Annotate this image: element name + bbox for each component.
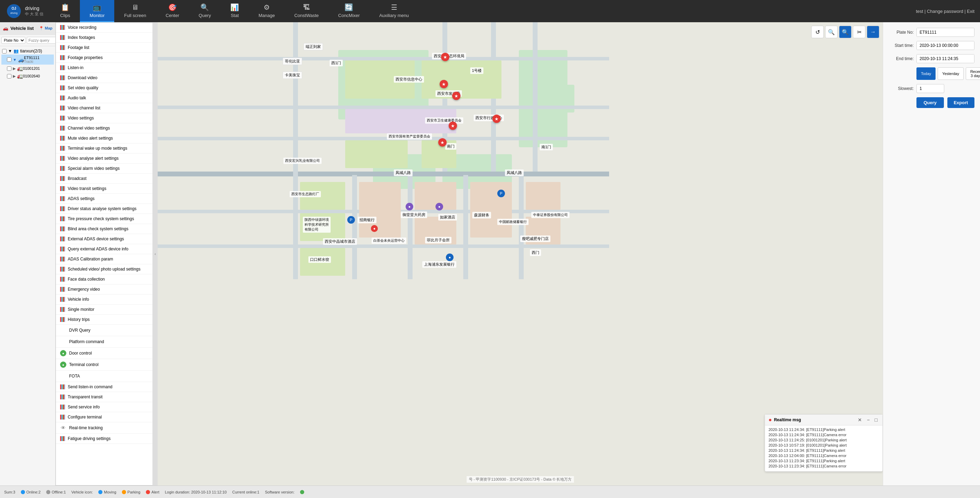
- group-checkbox[interactable]: [2, 49, 6, 54]
- tab-monitor[interactable]: 📺 Monitor: [80, 0, 114, 22]
- tab-manage[interactable]: ⚙ Manage: [249, 0, 285, 22]
- menu-item-voice_recording[interactable]: Voice recording: [56, 22, 153, 33]
- vehicle-checkbox-01002640[interactable]: [7, 74, 11, 78]
- map-zoom-active-btn[interactable]: 🔍: [839, 26, 851, 38]
- menu-item-set_video_quality[interactable]: Set video quality: [56, 83, 153, 93]
- collapse-handle[interactable]: ‹: [153, 22, 158, 485]
- map-label[interactable]: 📍 Map: [39, 26, 52, 30]
- menu-item-transparent_transit[interactable]: Transparent transit: [56, 392, 153, 402]
- group-expand-icon[interactable]: ▼: [8, 49, 12, 54]
- map-pin-4[interactable]: ★: [449, 121, 457, 130]
- map-pin-red-1[interactable]: ●: [371, 225, 378, 232]
- query-button[interactable]: Query: [916, 97, 944, 108]
- map-pin-purple-1[interactable]: ●: [406, 203, 413, 210]
- map-pin-blue-1[interactable]: P: [497, 189, 505, 197]
- menu-item-terminal_wake_up[interactable]: Terminal wake up mode settings: [56, 143, 153, 153]
- menu-item-channel_video_settings[interactable]: Channel video settings: [56, 123, 153, 134]
- menu-item-listen_in[interactable]: Listen-in: [56, 63, 153, 73]
- map-pin-blue-p[interactable]: P: [347, 216, 355, 224]
- menu-item-video_transit_settings[interactable]: Video transit settings: [56, 184, 153, 194]
- map-pin-3[interactable]: ★: [452, 92, 460, 100]
- menu-item-dvr_query[interactable]: DVR Query: [56, 325, 153, 336]
- menu-item-external_adas[interactable]: External ADAS device settings: [56, 234, 153, 244]
- menu-item-download_video[interactable]: Download video: [56, 73, 153, 83]
- plate-no-select[interactable]: Plate No: [2, 37, 25, 44]
- menu-item-driver_status[interactable]: Driver status analyse system settings: [56, 204, 153, 214]
- tab-query[interactable]: 🔍 Query: [189, 0, 221, 22]
- status-sum-text: Sum:3: [4, 490, 15, 494]
- tab-center[interactable]: 🎯 Center: [156, 0, 189, 22]
- menu-item-emergency_video[interactable]: Emergency video: [56, 285, 153, 294]
- map-pin-purple-2[interactable]: ●: [436, 203, 443, 210]
- slowest-input[interactable]: [916, 84, 944, 93]
- menu-item-audio_talk[interactable]: Audio talk: [56, 93, 153, 103]
- menu-item-fatigue_driving[interactable]: Fatigue driving settings: [56, 434, 153, 444]
- menu-item-history_trips[interactable]: History trips: [56, 315, 153, 325]
- menu-item-face_data[interactable]: Face data collection: [56, 274, 153, 285]
- yesterday-btn[interactable]: Yesterday: [938, 67, 964, 80]
- vehicle-expand-icon-2[interactable]: ▶: [13, 66, 16, 71]
- menu-item-vehicle_info[interactable]: Vehicle info: [56, 294, 153, 305]
- menu-item-footage_properties[interactable]: Footage properties: [56, 53, 153, 63]
- realtime-msg-minimize-btn[interactable]: −: [865, 417, 871, 423]
- tree-item-01002640[interactable]: ▶ 🚛 01002640: [2, 72, 54, 80]
- recent3days-btn[interactable]: Recent 3 days: [966, 67, 980, 80]
- map-pin-1[interactable]: ★: [441, 53, 449, 61]
- map-zoom-in-btn[interactable]: 🔍: [825, 26, 838, 38]
- menu-item-scheduled_video[interactable]: Scheduled video/ photo upload settings: [56, 264, 153, 274]
- status-moving-dot: [98, 490, 102, 494]
- vehicle-checkbox-et91111[interactable]: [7, 57, 11, 62]
- menu-item-terminal_control[interactable]: ●Terminal control: [56, 359, 153, 371]
- start-time-input[interactable]: [917, 41, 974, 50]
- menu-item-video_channel_list[interactable]: Video channel list: [56, 103, 153, 113]
- menu-item-adas_settings[interactable]: ADAS settings: [56, 194, 153, 204]
- tree-item-01001201[interactable]: ▶ 🚛 01001201: [2, 65, 54, 72]
- tab-concmixer[interactable]: 🔄 ConcMixer: [329, 0, 369, 22]
- menu-item-platform_command[interactable]: Platform command: [56, 336, 153, 348]
- map-refresh-btn[interactable]: ↺: [811, 26, 824, 38]
- vehicle-expand-icon[interactable]: ▼: [13, 58, 17, 62]
- menu-item-special_alarm_video[interactable]: Special alarm video settings: [56, 164, 153, 173]
- menu-item-mute_video_alert[interactable]: Mute video alert settings: [56, 134, 153, 143]
- menu-item-index_footages[interactable]: Index footages: [56, 33, 153, 43]
- menu-item-send_listen_in[interactable]: Send listen-in command: [56, 382, 153, 392]
- today-btn[interactable]: Today: [916, 67, 935, 80]
- fuzzy-search-input[interactable]: [27, 37, 56, 44]
- vehicle-expand-icon-3[interactable]: ▶: [13, 74, 16, 78]
- map-pin-blue-east[interactable]: ●: [446, 253, 453, 261]
- menu-item-blind_area[interactable]: Blind area check system settings: [56, 224, 153, 234]
- map-scissors-btn[interactable]: ✂: [853, 26, 865, 38]
- menu-item-query_external_adas[interactable]: Query external ADAS device info: [56, 244, 153, 254]
- tree-group-header[interactable]: ▼ 👥 tianxun(2/3): [2, 48, 54, 54]
- menu-item-tire_pressure[interactable]: Tire pressure check system settings: [56, 214, 153, 224]
- menu-item-footage_list[interactable]: Footage list: [56, 43, 153, 53]
- tab-stat[interactable]: 📊 Stat: [221, 0, 249, 22]
- tab-auxiliarymenu[interactable]: ☰ Auxiliary menu: [369, 0, 418, 22]
- menu-item-single_monitor[interactable]: Single monitor: [56, 305, 153, 315]
- map-pin-south[interactable]: ★: [438, 138, 447, 146]
- end-time-input[interactable]: [917, 54, 974, 63]
- menu-item-adas_calibration[interactable]: ADAS Calibration param: [56, 254, 153, 264]
- map-pin-5[interactable]: ★: [492, 115, 501, 123]
- menu-item-door_control[interactable]: ●Door control: [56, 348, 153, 359]
- map-label-1hao: 1号楼: [470, 67, 484, 74]
- vehicle-checkbox-01001201[interactable]: [7, 66, 11, 71]
- menu-item-realtime_tracking[interactable]: 👁Real-time tracking: [56, 422, 153, 434]
- menu-item-broadcast[interactable]: Broadcast: [56, 173, 153, 184]
- plate-no-input[interactable]: [917, 28, 974, 37]
- tab-constwaste[interactable]: 🏗 ConstWaste: [285, 0, 328, 22]
- realtime-msg-expand-btn[interactable]: □: [873, 417, 879, 423]
- menu-item-fota[interactable]: FOTA: [56, 371, 153, 382]
- map-arrow-btn[interactable]: →: [867, 26, 879, 38]
- realtime-entry: 2020-10-13 10:57:19: [01001201]Parking a…: [768, 443, 879, 447]
- tree-item-et91111[interactable]: ▼ 🚙 ET91111 Tracki: [2, 54, 54, 65]
- map-pin-2[interactable]: ★: [440, 80, 448, 88]
- menu-item-configure_terminal[interactable]: Configure terminal: [56, 412, 153, 422]
- menu-item-video_settings[interactable]: Video settings: [56, 113, 153, 123]
- tab-fullscreen[interactable]: 🖥 Full screen: [114, 0, 156, 22]
- realtime-msg-close-btn[interactable]: ✕: [856, 417, 863, 423]
- tab-clips[interactable]: 📋 Clips: [50, 0, 80, 22]
- menu-item-video_analyse_alert[interactable]: Video analyse alert settings: [56, 153, 153, 164]
- menu-item-send_service_info[interactable]: Send service info: [56, 402, 153, 412]
- export-button[interactable]: Export: [947, 97, 975, 108]
